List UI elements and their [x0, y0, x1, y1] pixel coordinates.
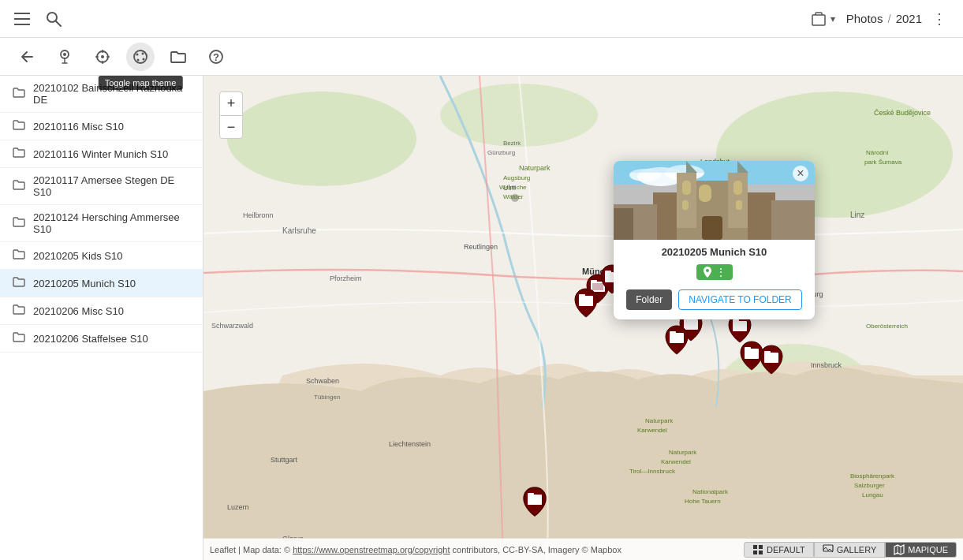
svg-point-22: [227, 91, 416, 186]
portfolio-button[interactable]: ▾: [805, 8, 840, 30]
svg-text:Nationalpark: Nationalpark: [692, 488, 729, 495]
folder-button[interactable]: [164, 43, 192, 71]
sidebar-item-20210117[interactable]: 20210117 Amersee Stegen DE S10: [0, 168, 203, 205]
theme-button[interactable]: Toggle map theme: [126, 43, 155, 71]
svg-text:Biosphärenpark: Biosphärenpark: [850, 472, 895, 480]
credit-suffix: contributors, CC-BY-SA, Imagery © Mapbox: [453, 545, 621, 554]
svg-text:Oberösterreich: Oberösterreich: [866, 323, 908, 330]
map-marker-south[interactable]: [522, 486, 547, 517]
svg-rect-86: [745, 349, 759, 359]
sidebar-item-label: 20210205 Kids S10: [33, 250, 122, 262]
sidebar-item-20210205munich[interactable]: 20210205 Munich S10: [0, 270, 203, 297]
gallery-view-button[interactable]: GALLERY: [814, 542, 886, 558]
folder-icon: [13, 248, 25, 263]
svg-text:Innsbruck: Innsbruck: [811, 361, 842, 369]
svg-text:České Budějovice: České Budějovice: [874, 109, 931, 117]
svg-text:Karwendel: Karwendel: [637, 427, 667, 434]
sidebar-item-20210102[interactable]: 20210102 Bairischzell Razhodka DE: [0, 76, 203, 113]
navigate-to-folder-button[interactable]: NAVIGATE TO FOLDER: [678, 289, 801, 310]
portfolio-dropdown-icon: ▾: [830, 13, 835, 24]
svg-text:Naturpark: Naturpark: [669, 449, 697, 456]
gallery-label: GALLERY: [837, 545, 877, 554]
sidebar-item-20210124[interactable]: 20210124 Hersching Ammersee S10: [0, 205, 203, 242]
breadcrumb-year[interactable]: 2021: [896, 12, 922, 25]
sidebar-item-20210206misc[interactable]: 20210206 Misc S10: [0, 297, 203, 325]
header-right: ▾ Photos / 2021 ⋮: [805, 8, 950, 30]
location-badge[interactable]: ⋮: [696, 264, 733, 280]
svg-text:Tübingen: Tübingen: [314, 394, 340, 401]
svg-rect-77: [579, 294, 585, 297]
header-left: [13, 9, 63, 28]
svg-rect-90: [528, 495, 542, 505]
map-marker[interactable]: [759, 344, 784, 375]
crosshair-button[interactable]: [88, 43, 117, 71]
search-icon[interactable]: [44, 9, 63, 28]
map-popup: ×: [614, 161, 815, 319]
svg-text:Lungau: Lungau: [862, 491, 883, 498]
svg-text:Günzburg: Günzburg: [487, 149, 515, 156]
folder-icon: [13, 304, 25, 318]
zoom-in-button[interactable]: +: [219, 91, 243, 115]
breadcrumb-photos[interactable]: Photos: [846, 12, 883, 25]
more-options-icon[interactable]: ⋮: [928, 8, 950, 30]
svg-text:Národní: Národní: [866, 149, 889, 156]
svg-text:Schwaben: Schwaben: [306, 377, 339, 385]
leaflet-credit: Leaflet: [210, 545, 236, 554]
svg-text:Reutlingen: Reutlingen: [464, 243, 498, 251]
folder-icon: [13, 87, 25, 101]
svg-rect-5: [812, 15, 825, 25]
svg-line-4: [56, 21, 61, 26]
svg-text:Heilbronn: Heilbronn: [243, 211, 274, 219]
svg-text:?: ?: [213, 51, 219, 63]
svg-point-16: [142, 52, 144, 54]
svg-text:park Šumava: park Šumava: [864, 159, 902, 166]
popup-close-button[interactable]: ×: [793, 166, 808, 181]
osm-link[interactable]: https://www.openstreetmap.org/copyright: [293, 545, 450, 554]
svg-text:Karwendel: Karwendel: [661, 458, 691, 465]
back-button[interactable]: [13, 43, 41, 71]
sidebar-item-20210116winter[interactable]: 20210116 Winter Munich S10: [0, 140, 203, 168]
folder-button[interactable]: Folder: [626, 289, 672, 310]
svg-rect-110: [771, 200, 815, 240]
sidebar-item-20210205kids[interactable]: 20210205 Kids S10: [0, 242, 203, 270]
sidebar-item-20210116misc[interactable]: 20210116 Misc S10: [0, 113, 203, 140]
svg-text:Wälder: Wälder: [503, 193, 524, 200]
pin-button[interactable]: [50, 43, 79, 71]
sidebar-item-label: 20210124 Hersching Ammersee S10: [33, 211, 190, 235]
svg-rect-115: [753, 551, 757, 554]
popup-title: 20210205 Munich S10: [614, 240, 815, 261]
svg-text:Naturpark: Naturpark: [645, 417, 674, 424]
map-marker[interactable]: [664, 324, 689, 356]
map-area[interactable]: Ulm München Landshut Karlsruhe Pforzheim…: [203, 76, 963, 560]
svg-rect-1: [14, 18, 30, 20]
header: ▾ Photos / 2021 ⋮: [0, 0, 963, 38]
zoom-out-button[interactable]: −: [219, 115, 243, 139]
svg-text:Westliche: Westliche: [499, 184, 527, 191]
svg-text:Karlsruhe: Karlsruhe: [282, 226, 316, 235]
svg-rect-83: [670, 331, 676, 334]
svg-rect-75: [605, 271, 611, 273]
default-view-button[interactable]: DEFAULT: [744, 542, 814, 558]
svg-text:Augsburg: Augsburg: [503, 174, 530, 181]
svg-rect-104: [733, 181, 742, 195]
svg-rect-76: [579, 296, 593, 306]
map-controls: + −: [219, 91, 243, 139]
svg-rect-72: [591, 280, 597, 282]
svg-rect-2: [14, 24, 30, 25]
svg-rect-113: [753, 545, 757, 549]
menu-icon[interactable]: [13, 9, 32, 28]
svg-rect-87: [745, 347, 751, 349]
svg-point-17: [143, 58, 145, 60]
sidebar-item-label: 20210116 Misc S10: [33, 121, 124, 133]
map-credit: Leaflet | Map data: © https://www.openst…: [210, 545, 621, 554]
folder-icon: [13, 179, 25, 193]
sidebar-item-label: 20210206 Misc S10: [33, 305, 124, 317]
toolbar: Toggle map theme ?: [0, 38, 963, 76]
svg-rect-85: [733, 319, 739, 322]
sidebar-item-20210206staffel[interactable]: 20210206 Staffelsee S10: [0, 325, 203, 353]
help-button[interactable]: ?: [202, 43, 230, 71]
map-marker[interactable]: [573, 287, 599, 319]
svg-text:Naturpark: Naturpark: [519, 164, 551, 172]
svg-text:Salzburger: Salzburger: [854, 482, 885, 489]
mapique-view-button[interactable]: MAPIQUE: [885, 542, 957, 558]
